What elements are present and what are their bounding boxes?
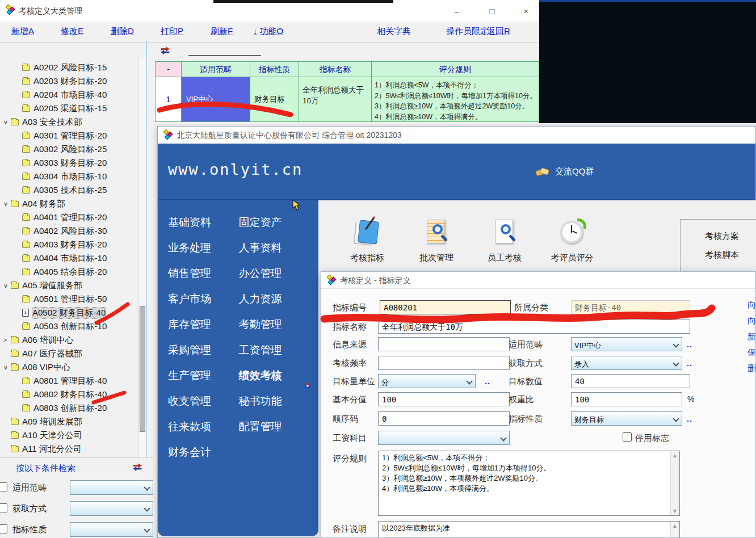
unit-dropdown[interactable]: 分 [378, 374, 476, 388]
toolbar-button[interactable]: 刷新F [211, 26, 233, 37]
base-input[interactable]: 100 [378, 392, 510, 406]
tree-item[interactable]: ∨ A04 财务部 [0, 197, 140, 211]
menu-item[interactable]: 基础资料 [168, 215, 239, 241]
grid-cell-scope[interactable]: VIP中心 [182, 77, 250, 121]
tree-item[interactable]: A0301 管理目标-20 [0, 129, 140, 142]
qq-group-link[interactable]: 交流QQ群 [536, 166, 594, 177]
nature-checkbox[interactable] [0, 524, 7, 533]
menu-item[interactable]: 销售管理 [168, 266, 239, 292]
tree-item[interactable]: A0403 财务目标-20 [0, 238, 140, 251]
method-checkbox[interactable] [0, 503, 7, 512]
minimize-icon[interactable]: – [448, 5, 465, 18]
tree-item[interactable]: A0203 财务目标-20 [0, 74, 140, 88]
expand-arrow-icon[interactable]: ∨ [3, 364, 11, 371]
menu-item[interactable]: 固定资产 [239, 215, 310, 241]
tree-item[interactable]: A0303 财务目标-20 [0, 156, 140, 170]
tree-scrollbar[interactable] [138, 57, 146, 461]
menu-item[interactable]: 人事资料 [239, 241, 310, 266]
edge-button[interactable]: 向 [747, 316, 756, 331]
toolbar-button[interactable]: 功能O [253, 26, 283, 37]
name-input[interactable]: 全年利润总额大于10万 [378, 320, 690, 334]
scroll-up-icon[interactable]: ▲ [672, 452, 678, 459]
menu-item[interactable]: 往来款项 [168, 419, 239, 445]
module-batch-management[interactable]: 批次管理 [405, 217, 468, 263]
menu-item[interactable]: 客户市场 [168, 292, 239, 317]
tree-item[interactable]: A0205 渠道目标-15 [0, 102, 140, 115]
scope-filter-dropdown[interactable] [70, 480, 153, 495]
toolbar-button[interactable]: 打印P [161, 26, 183, 37]
tree-item[interactable]: A09 培训发展部 [0, 415, 140, 428]
menu-item[interactable]: 财务会计 [168, 445, 239, 470]
tree-item[interactable]: A07 医疗器械部 [0, 347, 140, 360]
freq-input[interactable] [378, 356, 510, 370]
edge-button[interactable]: 向 [747, 300, 756, 316]
expand-arrow-icon[interactable]: > [3, 337, 11, 343]
grid-cell-rownum[interactable]: 1 [156, 77, 182, 121]
menu-item[interactable]: 绩效考核 [239, 368, 310, 394]
nature-more-button[interactable]: .. [687, 414, 692, 423]
tree-item[interactable]: A0402 风险目标-30 [0, 224, 140, 238]
rules-textarea[interactable]: 1）利润总额<5W，本项不得分； 2）5W≤利润总额≤10W时，每增加1万本项得… [378, 451, 680, 516]
toolbar-button[interactable]: 新增A [11, 26, 34, 37]
menu-item[interactable]: 配置管理 [239, 419, 310, 445]
tree-scrollbar-thumb[interactable] [140, 306, 145, 432]
scope-dropdown[interactable]: VIP中心 [571, 337, 682, 351]
scroll-down-icon[interactable]: ▼ [672, 508, 678, 514]
menu-item[interactable]: 秘书功能 [239, 394, 310, 419]
tree-item[interactable]: A0502 财务目标-40 [0, 306, 140, 320]
method-filter-dropdown[interactable] [70, 501, 153, 516]
grid-cell-rules[interactable]: 1）利润总额<5W，本项不得分；2）5W≤利润总额≤10W时，每增加1万本项得1… [372, 77, 539, 121]
menu-item[interactable]: 库存管理 [168, 317, 239, 343]
disabled-checkbox[interactable] [623, 432, 632, 442]
tree-item[interactable]: ∨ A08 VIP中心 [0, 360, 140, 374]
link-assessment-plan[interactable]: 考核方案 [705, 231, 756, 242]
scope-checkbox[interactable] [0, 482, 7, 491]
tree-item[interactable]: A0405 结余目标-20 [0, 265, 140, 279]
grid-cell-name[interactable]: 全年利润总额大于10万 [299, 77, 372, 121]
menu-item[interactable]: 生产管理 [168, 368, 239, 394]
salary-dropdown[interactable] [378, 431, 510, 445]
tree-item[interactable]: A0401 管理目标-20 [0, 211, 140, 224]
grid-row[interactable]: 1 VIP中心 财务目标 全年利润总额大于10万 1）利润总额<5W，本项不得分… [156, 77, 539, 121]
scroll-up-icon[interactable]: ▲ [672, 523, 678, 529]
expand-arrow-icon[interactable]: ∨ [3, 119, 11, 126]
edge-button[interactable]: 新 [747, 331, 756, 347]
tree-item[interactable]: A0404 市场目标-10 [0, 251, 140, 265]
tree-item[interactable]: A10 天津分公司 [0, 428, 140, 442]
toolbar-button[interactable]: 相关字典 [377, 26, 411, 37]
notes-textarea[interactable]: 以2023年底数据为准 [378, 521, 680, 538]
maximize-icon[interactable]: □ [484, 5, 501, 18]
nature-dropdown[interactable]: 财务目标 [571, 411, 682, 426]
grid-cell-nature[interactable]: 财务目标 [250, 77, 299, 121]
menu-item[interactable]: 办公管理 [239, 266, 310, 292]
tree-item[interactable]: A0803 创新目标-20 [0, 401, 140, 415]
tree-item[interactable]: A0305 技术目标-25 [0, 183, 140, 197]
toolbar-button[interactable]: 修改E [61, 26, 83, 37]
method-dropdown[interactable]: 录入 [571, 356, 682, 370]
tree-item[interactable]: ∨ A05 增值服务部 [0, 279, 140, 292]
tree-item[interactable]: A0202 风险目标-15 [0, 61, 140, 74]
target-input[interactable]: 40 [571, 374, 690, 388]
tree-item[interactable]: A0802 财务目标-40 [0, 388, 140, 401]
toolbar-button[interactable]: 操作员限定 [446, 26, 489, 37]
link-assessment-script[interactable]: 考核脚本 [705, 250, 756, 260]
tree-item[interactable]: A0302 风险目标-25 [0, 142, 140, 156]
order-input[interactable]: 0 [378, 411, 510, 426]
edge-button[interactable]: 删 [747, 363, 756, 379]
menu-item[interactable]: 考勤管理 [239, 317, 310, 343]
menu-item[interactable]: 收支管理 [168, 394, 239, 419]
module-employee-assessment[interactable]: 员工考核 [473, 217, 536, 263]
swap-columns-icon[interactable] [133, 463, 142, 473]
tree-item[interactable]: A11 河北分公司 [0, 442, 140, 456]
notes-scrollbar[interactable]: ▲ [670, 522, 679, 538]
tree-item[interactable]: A0304 市场目标-10 [0, 170, 140, 183]
expand-arrow-icon[interactable]: ∨ [3, 200, 11, 208]
tree-item[interactable]: A0801 管理目标-40 [0, 374, 140, 388]
menu-item[interactable]: 采购管理 [168, 343, 239, 368]
toolbar-button[interactable]: 删除D [111, 26, 134, 37]
unit-more-button[interactable]: .. [485, 377, 490, 386]
source-input[interactable] [378, 337, 510, 351]
scope-more-button[interactable]: .. [687, 340, 692, 349]
edge-button[interactable]: 保 [747, 347, 756, 363]
menu-item[interactable]: 人力资源 [239, 292, 310, 317]
